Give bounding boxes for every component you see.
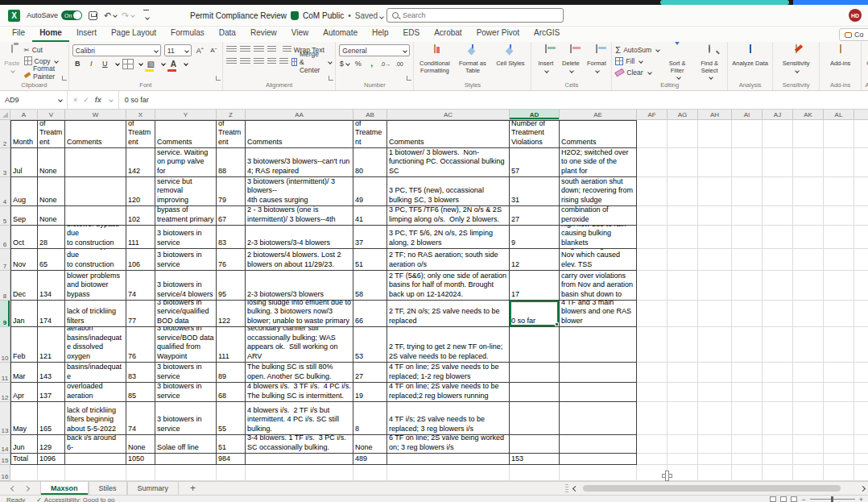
cell-AH11[interactable] [698,363,732,383]
excel-app-icon[interactable]: X [8,10,20,22]
cell-AK6[interactable] [793,226,824,249]
paste-button[interactable]: Paste [3,44,21,73]
cell-A15[interactable]: Total [10,454,38,465]
cell-X3[interactable]: 142 [126,148,155,177]
page-layout-view-icon[interactable] [780,496,787,502]
cell-W12[interactable]: overloaded aeration [65,383,126,402]
cell-AF15[interactable] [637,454,668,465]
cell-AF2[interactable] [637,120,668,148]
cell-AE8[interactable]: carry over violations from Nov and aerat… [560,271,637,301]
cell-V13[interactable]: 165 [38,402,65,435]
ribbon-tab-help[interactable]: Help [365,26,396,42]
cell-AE5[interactable]: 2 blowers i/s; combination of peroxide [560,206,637,226]
cell-AF10[interactable] [637,327,668,363]
cell-AC4[interactable]: 3 PC, TF5 (new), occassional bulking SC,… [387,177,510,206]
cell-AI13[interactable] [732,402,763,435]
cell-AI7[interactable] [732,249,763,271]
cell-partial11[interactable] [854,363,868,383]
cancel-icon[interactable]: × [73,96,77,104]
cell-AD11[interactable] [510,363,560,383]
clipboard-dialog-launcher[interactable] [62,76,67,81]
cell-AA11[interactable]: The bulking SC is still 80% open. Anothe… [246,363,353,383]
cell-AI6[interactable] [732,226,763,249]
ribbon-tab-home[interactable]: Home [32,26,69,42]
cell-Y2[interactable]: Comments [155,120,217,148]
percent-button[interactable]: % [353,58,363,69]
cell-AC10[interactable]: 2 TF, trying to get 2 new TF on-line; 2S… [387,327,510,363]
cell-AA6[interactable]: 2-3 biotowers/3-4 blowers [246,226,353,249]
cell-AK14[interactable] [793,435,824,454]
ribbon-tab-view[interactable]: View [284,26,316,42]
cell-AH2[interactable] [698,120,732,148]
number-format-select[interactable]: General [339,44,410,56]
column-header-AF[interactable]: AF [637,110,668,119]
cell-X10[interactable]: 76 [126,327,155,363]
cell-AD12[interactable] [510,383,560,402]
cell-AB12[interactable]: 19 [353,383,387,402]
cell-AA9[interactable]: losing sludge into effluent due to bulki… [246,301,353,327]
cell-AF7[interactable] [637,249,668,271]
cell-W10[interactable]: overloaded aeration basins/inadequate di… [65,327,126,363]
cell-AF16[interactable] [637,465,668,481]
zoom-slider[interactable] [810,499,855,500]
merge-center-button[interactable]: Merge & Center [291,56,333,67]
cell-AD8[interactable]: 17 [510,271,560,301]
cell-W9[interactable]: lack of trickliing filters [65,301,126,327]
cell-AI5[interactable] [732,206,763,226]
autosum-button[interactable]: ΣAutoSum [615,44,659,55]
avatar[interactable]: HD [849,9,862,22]
cell-AK11[interactable] [793,363,824,383]
alignment-dialog-launcher[interactable] [329,76,333,81]
cell-AJ11[interactable] [763,363,793,383]
name-box[interactable]: AD9 [0,91,68,109]
cell-AD9[interactable]: 0 so far [510,301,560,327]
cell-V2[interactable]: of Treatment [38,120,65,148]
cell-Z16[interactable] [217,465,246,481]
cell-W16[interactable] [65,465,126,481]
increase-decimal-button[interactable]: .0→ [380,58,391,69]
format-painter-button[interactable]: Format Painter [24,67,65,77]
row-header-9[interactable]: 9 [0,301,10,327]
sort-filter-button[interactable]: Sort & Filter [663,44,692,79]
column-header-partial[interactable] [854,110,868,119]
font-color-button[interactable]: A [168,58,179,69]
sheet-nav-left-icon[interactable] [10,485,16,491]
cell-X5[interactable]: 102 [126,206,155,226]
cell-AK5[interactable] [793,206,824,226]
cell-AB14[interactable]: None [353,435,387,454]
cell-AK12[interactable] [793,383,824,402]
cell-AH9[interactable] [698,301,732,327]
cell-X15[interactable]: 1050 [126,454,155,465]
currency-button[interactable]: $ [339,58,349,69]
format-as-table-button[interactable]: Format as Table [455,44,490,74]
sheet-tab-maxson[interactable]: Maxson [40,482,89,495]
cell-A14[interactable]: Jun [10,435,38,454]
cell-AJ8[interactable] [763,271,793,301]
column-header-AA[interactable]: AA [246,110,353,119]
column-header-AG[interactable]: AG [668,110,698,119]
cell-X16[interactable] [126,465,155,481]
row-header-5[interactable]: 5 [0,206,10,226]
enter-icon[interactable]: ✓ [83,96,89,104]
cell-AI15[interactable] [732,454,763,465]
column-header-A[interactable]: A [10,110,38,119]
cell-A6[interactable]: Oct [10,226,38,249]
cell-AB11[interactable]: 27 [353,363,387,383]
cell-AI8[interactable] [732,271,763,301]
ribbon-tab-file[interactable]: File [5,26,32,42]
cell-Y5[interactable]: bypass of treatment primary [155,206,217,226]
comma-style-button[interactable]: , [366,58,377,69]
sheet-nav-right-icon[interactable] [24,485,30,491]
column-header-AJ[interactable]: AJ [763,110,793,119]
cell-AK15[interactable] [793,454,824,465]
cell-AE3[interactable]: process upset due to H2O2; switched over… [560,148,637,177]
cell-styles-button[interactable]: Cell Styles [493,44,527,68]
cell-AE4[interactable]: south aeration shut down; recovering fro… [560,177,637,206]
chevron-down-icon[interactable] [184,61,188,66]
cell-AL8[interactable] [824,271,854,301]
cell-AI12[interactable] [732,383,763,402]
search-box[interactable] [386,8,564,23]
cell-W3[interactable] [65,148,126,177]
cell-AA13[interactable]: 4 blowers i/s. 2 TF i/s but intermittent… [246,402,353,435]
cell-AB8[interactable]: 58 [353,271,387,301]
